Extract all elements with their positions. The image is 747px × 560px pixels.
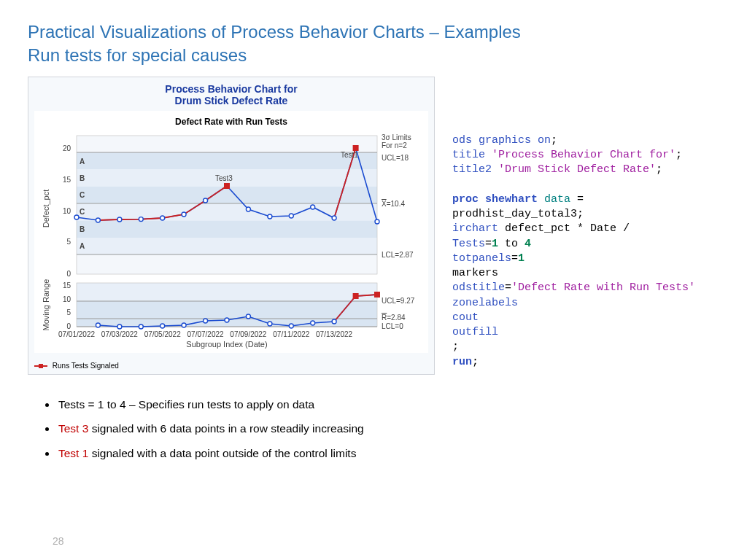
top-panel: 0 5 10 15 20 A B C C B — [42, 133, 414, 278]
svg-point-64 — [268, 322, 272, 326]
chart-frame: Process Behavior Chart for Drum Stick De… — [28, 77, 435, 375]
list-item: Tests = 1 to 4 – Specifies run tests to … — [57, 394, 719, 415]
svg-text:R=2.84: R=2.84 — [382, 314, 406, 322]
svg-text:Defect_pct: Defect_pct — [42, 189, 50, 228]
svg-text:For n=2: For n=2 — [382, 141, 407, 149]
chart-legend: Runs Tests Signaled — [28, 359, 434, 374]
bullet-list: Tests = 1 to 4 – Specifies run tests to … — [28, 394, 719, 464]
svg-text:07/05/2022: 07/05/2022 — [144, 330, 181, 338]
svg-text:10: 10 — [63, 295, 71, 303]
chart-column: Process Behavior Chart for Drum Stick De… — [28, 77, 435, 375]
svg-rect-5 — [77, 220, 377, 237]
svg-rect-40 — [224, 183, 230, 189]
bottom-panel: 0 5 10 15 UCL=9.27 R=2.84 LCL=0 — [42, 279, 415, 348]
svg-text:LCL=2.87: LCL=2.87 — [382, 251, 414, 259]
list-item: Test 1 signaled with a data point outsid… — [57, 443, 719, 464]
svg-rect-69 — [374, 292, 380, 298]
svg-point-31 — [160, 216, 165, 220]
square-icon — [34, 363, 47, 369]
svg-text:3σ Limits: 3σ Limits — [382, 133, 411, 141]
svg-text:X=10.4: X=10.4 — [382, 200, 405, 208]
svg-text:Moving Range: Moving Range — [42, 279, 50, 330]
svg-text:15: 15 — [63, 176, 71, 184]
svg-text:5: 5 — [66, 308, 71, 316]
svg-text:07/03/2022: 07/03/2022 — [101, 330, 138, 338]
slide-title-2: Run tests for special causes — [28, 44, 719, 67]
svg-point-67 — [332, 319, 336, 324]
svg-point-33 — [204, 198, 208, 203]
svg-point-39 — [375, 219, 379, 224]
svg-point-27 — [74, 215, 79, 219]
svg-text:10: 10 — [63, 207, 71, 215]
svg-text:07/09/2022: 07/09/2022 — [230, 330, 266, 338]
svg-rect-1 — [77, 152, 377, 169]
slide: Practical Visualizations of Process Beha… — [0, 0, 747, 560]
chart-svg: 0 5 10 15 20 A B C C B — [34, 128, 428, 349]
svg-point-65 — [289, 324, 293, 328]
svg-text:07/07/2022: 07/07/2022 — [187, 330, 224, 338]
svg-point-58 — [139, 324, 143, 329]
svg-text:5: 5 — [66, 238, 71, 246]
svg-text:LCL=0: LCL=0 — [382, 322, 403, 330]
svg-point-32 — [182, 212, 186, 217]
svg-text:07/01/2022: 07/01/2022 — [58, 330, 95, 338]
svg-text:C: C — [80, 191, 85, 199]
svg-rect-6 — [77, 238, 377, 254]
list-item: Test 3 signaled with 6 data points in a … — [57, 418, 719, 439]
svg-point-37 — [311, 205, 315, 209]
svg-text:0: 0 — [66, 270, 71, 278]
chart-sub-title: Drum Stick Defect Rate — [28, 95, 434, 111]
legend-label: Runs Tests Signaled — [53, 362, 119, 370]
svg-text:B: B — [80, 174, 85, 182]
slide-title-1: Practical Visualizations of Process Beha… — [28, 20, 719, 44]
svg-text:A: A — [80, 242, 85, 250]
svg-text:07/13/2022: 07/13/2022 — [316, 330, 352, 338]
svg-text:0: 0 — [66, 322, 71, 330]
code-column: ods graphics on; title 'Process Behavior… — [435, 77, 719, 375]
svg-point-30 — [139, 217, 143, 221]
svg-point-59 — [160, 324, 165, 328]
svg-point-38 — [332, 216, 336, 220]
svg-point-62 — [225, 318, 229, 322]
test1-label: Test1 — [341, 151, 358, 159]
svg-text:B: B — [80, 225, 85, 233]
svg-rect-41 — [353, 145, 359, 151]
svg-point-61 — [204, 319, 208, 323]
svg-point-29 — [117, 217, 122, 222]
svg-point-63 — [246, 314, 250, 319]
svg-point-34 — [246, 207, 250, 211]
svg-point-60 — [182, 323, 186, 327]
svg-point-36 — [289, 214, 293, 218]
svg-text:07/11/2022: 07/11/2022 — [273, 330, 309, 338]
svg-point-35 — [268, 214, 272, 219]
svg-point-56 — [96, 323, 100, 327]
panel-title: Defect Rate with Run Tests — [34, 114, 428, 128]
page-number: 28 — [53, 535, 64, 547]
svg-rect-68 — [353, 293, 359, 299]
svg-text:15: 15 — [63, 281, 71, 289]
test3-label: Test3 — [215, 174, 233, 182]
chart-panels: Defect Rate with Run Tests — [34, 111, 428, 353]
svg-text:20: 20 — [63, 144, 71, 152]
svg-text:UCL=9.27: UCL=9.27 — [382, 297, 415, 305]
svg-text:C: C — [80, 208, 85, 216]
svg-text:Subgroup Index (Date): Subgroup Index (Date) — [186, 340, 267, 349]
svg-text:UCL=18: UCL=18 — [382, 154, 409, 162]
content-row: Process Behavior Chart for Drum Stick De… — [28, 77, 719, 375]
svg-point-28 — [96, 218, 100, 222]
svg-rect-3 — [77, 187, 377, 203]
svg-text:A: A — [80, 158, 85, 166]
svg-point-57 — [117, 324, 122, 329]
svg-point-66 — [311, 321, 315, 325]
chart-main-title: Process Behavior Chart for — [28, 77, 434, 95]
